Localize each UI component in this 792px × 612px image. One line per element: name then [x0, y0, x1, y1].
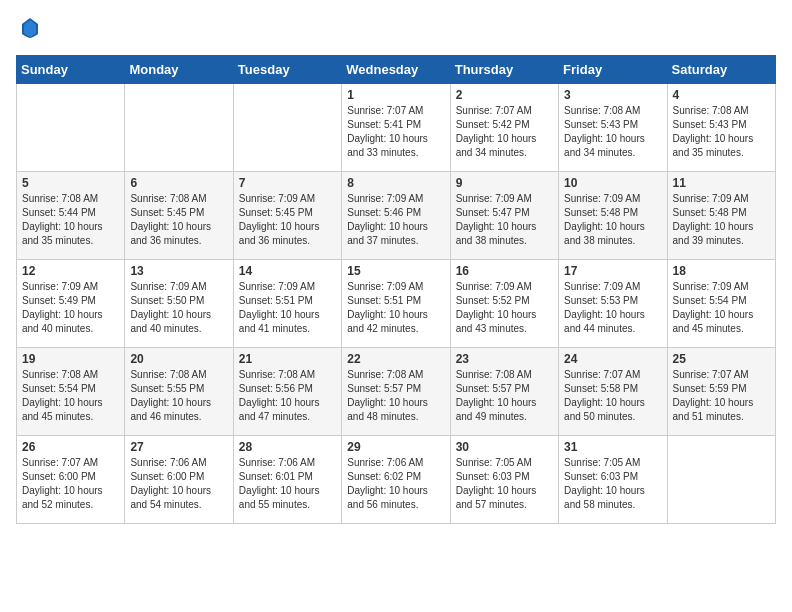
calendar-cell: 9 Sunrise: 7:09 AMSunset: 5:47 PMDayligh… — [450, 172, 558, 260]
day-number: 12 — [22, 264, 119, 278]
cell-info: Sunrise: 7:07 AMSunset: 5:41 PMDaylight:… — [347, 104, 444, 160]
day-number: 10 — [564, 176, 661, 190]
day-number: 9 — [456, 176, 553, 190]
calendar-cell: 2 Sunrise: 7:07 AMSunset: 5:42 PMDayligh… — [450, 84, 558, 172]
cell-info: Sunrise: 7:06 AMSunset: 6:01 PMDaylight:… — [239, 456, 336, 512]
calendar-week-row: 26 Sunrise: 7:07 AMSunset: 6:00 PMDaylig… — [17, 436, 776, 524]
day-number: 8 — [347, 176, 444, 190]
calendar-cell: 4 Sunrise: 7:08 AMSunset: 5:43 PMDayligh… — [667, 84, 775, 172]
calendar-cell — [233, 84, 341, 172]
cell-info: Sunrise: 7:09 AMSunset: 5:46 PMDaylight:… — [347, 192, 444, 248]
calendar-cell: 10 Sunrise: 7:09 AMSunset: 5:48 PMDaylig… — [559, 172, 667, 260]
day-number: 14 — [239, 264, 336, 278]
day-number: 17 — [564, 264, 661, 278]
calendar-cell: 30 Sunrise: 7:05 AMSunset: 6:03 PMDaylig… — [450, 436, 558, 524]
calendar-cell: 24 Sunrise: 7:07 AMSunset: 5:58 PMDaylig… — [559, 348, 667, 436]
day-number: 20 — [130, 352, 227, 366]
calendar-cell: 23 Sunrise: 7:08 AMSunset: 5:57 PMDaylig… — [450, 348, 558, 436]
day-number: 5 — [22, 176, 119, 190]
col-monday: Monday — [125, 56, 233, 84]
cell-info: Sunrise: 7:07 AMSunset: 6:00 PMDaylight:… — [22, 456, 119, 512]
calendar-cell: 22 Sunrise: 7:08 AMSunset: 5:57 PMDaylig… — [342, 348, 450, 436]
day-number: 29 — [347, 440, 444, 454]
day-number: 19 — [22, 352, 119, 366]
calendar-cell — [667, 436, 775, 524]
cell-info: Sunrise: 7:08 AMSunset: 5:43 PMDaylight:… — [673, 104, 770, 160]
calendar-cell: 17 Sunrise: 7:09 AMSunset: 5:53 PMDaylig… — [559, 260, 667, 348]
col-friday: Friday — [559, 56, 667, 84]
calendar-cell: 12 Sunrise: 7:09 AMSunset: 5:49 PMDaylig… — [17, 260, 125, 348]
cell-info: Sunrise: 7:09 AMSunset: 5:49 PMDaylight:… — [22, 280, 119, 336]
calendar-week-row: 1 Sunrise: 7:07 AMSunset: 5:41 PMDayligh… — [17, 84, 776, 172]
col-tuesday: Tuesday — [233, 56, 341, 84]
cell-info: Sunrise: 7:07 AMSunset: 5:58 PMDaylight:… — [564, 368, 661, 424]
day-number: 15 — [347, 264, 444, 278]
cell-info: Sunrise: 7:07 AMSunset: 5:42 PMDaylight:… — [456, 104, 553, 160]
calendar-cell: 19 Sunrise: 7:08 AMSunset: 5:54 PMDaylig… — [17, 348, 125, 436]
cell-info: Sunrise: 7:09 AMSunset: 5:52 PMDaylight:… — [456, 280, 553, 336]
day-number: 2 — [456, 88, 553, 102]
cell-info: Sunrise: 7:08 AMSunset: 5:57 PMDaylight:… — [456, 368, 553, 424]
day-number: 6 — [130, 176, 227, 190]
cell-info: Sunrise: 7:08 AMSunset: 5:57 PMDaylight:… — [347, 368, 444, 424]
cell-info: Sunrise: 7:09 AMSunset: 5:51 PMDaylight:… — [239, 280, 336, 336]
calendar-cell: 18 Sunrise: 7:09 AMSunset: 5:54 PMDaylig… — [667, 260, 775, 348]
logo-icon — [18, 16, 42, 40]
calendar-week-row: 5 Sunrise: 7:08 AMSunset: 5:44 PMDayligh… — [17, 172, 776, 260]
calendar-cell: 20 Sunrise: 7:08 AMSunset: 5:55 PMDaylig… — [125, 348, 233, 436]
calendar-cell: 14 Sunrise: 7:09 AMSunset: 5:51 PMDaylig… — [233, 260, 341, 348]
cell-info: Sunrise: 7:09 AMSunset: 5:47 PMDaylight:… — [456, 192, 553, 248]
day-number: 16 — [456, 264, 553, 278]
day-number: 3 — [564, 88, 661, 102]
calendar-cell: 5 Sunrise: 7:08 AMSunset: 5:44 PMDayligh… — [17, 172, 125, 260]
cell-info: Sunrise: 7:09 AMSunset: 5:50 PMDaylight:… — [130, 280, 227, 336]
cell-info: Sunrise: 7:07 AMSunset: 5:59 PMDaylight:… — [673, 368, 770, 424]
cell-info: Sunrise: 7:09 AMSunset: 5:45 PMDaylight:… — [239, 192, 336, 248]
calendar-cell: 3 Sunrise: 7:08 AMSunset: 5:43 PMDayligh… — [559, 84, 667, 172]
calendar-week-row: 12 Sunrise: 7:09 AMSunset: 5:49 PMDaylig… — [17, 260, 776, 348]
day-number: 1 — [347, 88, 444, 102]
day-number: 27 — [130, 440, 227, 454]
day-number: 13 — [130, 264, 227, 278]
cell-info: Sunrise: 7:08 AMSunset: 5:56 PMDaylight:… — [239, 368, 336, 424]
calendar-cell: 27 Sunrise: 7:06 AMSunset: 6:00 PMDaylig… — [125, 436, 233, 524]
day-number: 24 — [564, 352, 661, 366]
cell-info: Sunrise: 7:08 AMSunset: 5:44 PMDaylight:… — [22, 192, 119, 248]
day-number: 30 — [456, 440, 553, 454]
col-saturday: Saturday — [667, 56, 775, 84]
cell-info: Sunrise: 7:09 AMSunset: 5:51 PMDaylight:… — [347, 280, 444, 336]
calendar-header-row: Sunday Monday Tuesday Wednesday Thursday… — [17, 56, 776, 84]
calendar-cell: 7 Sunrise: 7:09 AMSunset: 5:45 PMDayligh… — [233, 172, 341, 260]
day-number: 7 — [239, 176, 336, 190]
day-number: 22 — [347, 352, 444, 366]
calendar-cell: 8 Sunrise: 7:09 AMSunset: 5:46 PMDayligh… — [342, 172, 450, 260]
day-number: 23 — [456, 352, 553, 366]
calendar-cell — [17, 84, 125, 172]
cell-info: Sunrise: 7:08 AMSunset: 5:45 PMDaylight:… — [130, 192, 227, 248]
day-number: 28 — [239, 440, 336, 454]
cell-info: Sunrise: 7:09 AMSunset: 5:54 PMDaylight:… — [673, 280, 770, 336]
calendar-cell: 26 Sunrise: 7:07 AMSunset: 6:00 PMDaylig… — [17, 436, 125, 524]
day-number: 18 — [673, 264, 770, 278]
cell-info: Sunrise: 7:09 AMSunset: 5:48 PMDaylight:… — [564, 192, 661, 248]
day-number: 21 — [239, 352, 336, 366]
cell-info: Sunrise: 7:08 AMSunset: 5:54 PMDaylight:… — [22, 368, 119, 424]
calendar-cell: 13 Sunrise: 7:09 AMSunset: 5:50 PMDaylig… — [125, 260, 233, 348]
calendar-cell: 25 Sunrise: 7:07 AMSunset: 5:59 PMDaylig… — [667, 348, 775, 436]
day-number: 25 — [673, 352, 770, 366]
calendar-cell — [125, 84, 233, 172]
day-number: 4 — [673, 88, 770, 102]
calendar-cell: 21 Sunrise: 7:08 AMSunset: 5:56 PMDaylig… — [233, 348, 341, 436]
cell-info: Sunrise: 7:09 AMSunset: 5:48 PMDaylight:… — [673, 192, 770, 248]
calendar-cell: 16 Sunrise: 7:09 AMSunset: 5:52 PMDaylig… — [450, 260, 558, 348]
cell-info: Sunrise: 7:09 AMSunset: 5:53 PMDaylight:… — [564, 280, 661, 336]
calendar-cell: 6 Sunrise: 7:08 AMSunset: 5:45 PMDayligh… — [125, 172, 233, 260]
logo — [16, 16, 42, 45]
cell-info: Sunrise: 7:06 AMSunset: 6:02 PMDaylight:… — [347, 456, 444, 512]
cell-info: Sunrise: 7:05 AMSunset: 6:03 PMDaylight:… — [564, 456, 661, 512]
calendar-cell: 29 Sunrise: 7:06 AMSunset: 6:02 PMDaylig… — [342, 436, 450, 524]
page-header — [16, 16, 776, 45]
col-wednesday: Wednesday — [342, 56, 450, 84]
calendar-cell: 15 Sunrise: 7:09 AMSunset: 5:51 PMDaylig… — [342, 260, 450, 348]
calendar-cell: 31 Sunrise: 7:05 AMSunset: 6:03 PMDaylig… — [559, 436, 667, 524]
